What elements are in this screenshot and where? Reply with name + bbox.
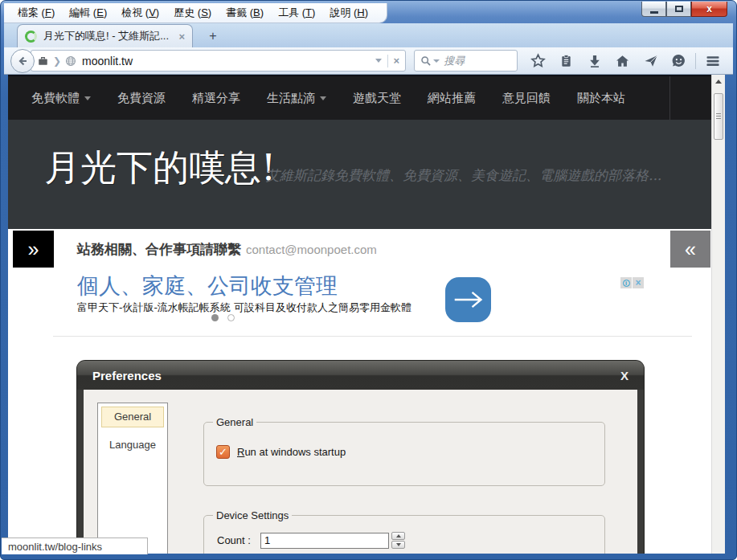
nav-item-1[interactable]: 免費資源 [117,91,166,106]
ad-info-button[interactable]: i [620,277,632,288]
window-controls: x [641,2,727,17]
menu-item-4[interactable]: 書籤 (B) [219,6,271,20]
vertical-scrollbar[interactable] [711,75,725,554]
carousel-dots [211,314,235,321]
back-arrow-icon [16,55,29,67]
grip-icon [716,113,721,120]
ad-description: 富甲天下-伙計版-流水帳記帳系統 可設科目及收付款人之簡易零用金軟體 [77,300,411,315]
hamburger-icon [705,54,721,68]
up-arrow-icon [715,80,722,84]
url-dropdown-icon[interactable] [375,59,382,63]
ad-title-link[interactable]: 個人、家庭、公司收支管理 [77,272,338,300]
new-tab-button[interactable]: + [202,28,224,45]
carousel-dot-active[interactable] [211,314,219,321]
minimize-button[interactable] [641,2,666,17]
tab-active[interactable]: 月光下的嘆息! - 艾維斯記... × [17,24,193,47]
maximize-button[interactable] [666,2,691,17]
prefs-category-list: GeneralLanguage [97,403,168,554]
search-icon [420,55,432,67]
nav-item-3[interactable]: 生活點滴 [267,91,326,106]
browser-window: 檔案 (F)編輯 (E)檢視 (V)歷史 (S)書籤 (B)工具 (T)說明 (… [0,0,737,560]
scroll-up-button[interactable] [712,75,725,88]
prefs-title-bar: Preferences X [77,361,644,390]
url-bar[interactable]: ❯ moonlit.tw × [31,50,406,72]
star-icon [530,52,547,69]
bookmarks-menu-button[interactable] [552,50,580,72]
download-arrow-icon [587,53,603,69]
bookmark-star-button[interactable] [524,50,552,72]
breadcrumb-chevron-icon: ❯ [53,55,61,67]
menu-item-6[interactable]: 說明 (H) [322,6,375,20]
menu-hamburger-button[interactable] [698,50,727,72]
page-content: » « 站務相關、合作事項請聯繫contact@moonpoet.com 個人、… [8,229,711,554]
site-header: 月光下的嘆息! 艾維斯記錄免費軟體、免費資源、美食遊記、電腦遊戲的部落格... [8,120,711,229]
nav-item-6[interactable]: 意見回饋 [502,91,551,106]
chevron-down-icon [320,96,326,100]
prefs-tab-general: General [101,407,164,427]
count-spinner [391,532,405,549]
home-button[interactable] [608,50,637,72]
ad-close-button[interactable]: × [633,277,644,288]
back-button[interactable] [10,49,35,73]
count-input [260,533,389,549]
downloads-button[interactable] [580,50,608,72]
sidebar-expand-button[interactable]: » [13,231,54,268]
search-bar[interactable]: 搜尋 [414,50,518,72]
close-button[interactable]: x [691,2,727,17]
menu-item-1[interactable]: 編輯 (E) [62,6,114,20]
menu-item-2[interactable]: 檢視 (V) [114,6,166,20]
right-arrow-icon [452,289,485,310]
prefs-title: Preferences [92,369,162,382]
page-viewport: 免費軟體免費資源精選分享生活點滴遊戲天堂網站推薦意見回饋關於本站 月光下的嘆息!… [8,75,711,554]
divider [53,336,692,337]
tab-title: 月光下的嘆息! - 艾維斯記... [43,29,174,43]
minimize-icon [650,11,658,14]
general-group-label: General [213,416,256,428]
nav-item-0[interactable]: 免費軟體 [31,91,91,106]
contact-email: contact@moonpoet.com [246,243,377,256]
tab-close-icon[interactable]: × [178,31,185,43]
prefs-tab-language: Language [101,435,164,456]
site-subtitle: 艾維斯記錄免費軟體、免費資源、美食遊記、電腦遊戲的部落格... [266,166,661,185]
startup-checkbox: ✓ [216,445,230,459]
site-nav-bar: 免費軟體免費資源精選分享生活點滴遊戲天堂網站推薦意見回饋關於本站 [8,75,711,120]
count-label: Count : [217,534,260,546]
nav-item-7[interactable]: 關於本站 [577,91,625,106]
search-placeholder: 搜尋 [444,54,465,68]
contact-text: 站務相關、合作事項請聯繫 [77,241,241,257]
maximize-icon [675,6,683,12]
nav-item-5[interactable]: 網站推薦 [428,91,476,106]
globe-icon [65,55,76,67]
share-button[interactable] [637,50,665,72]
count-row: Count : [217,532,405,549]
spin-up-icon [391,532,405,540]
smiley-icon [670,52,687,69]
site-title[interactable]: 月光下的嘆息! [44,144,276,192]
ad-arrow-button[interactable] [445,277,491,322]
url-text[interactable]: moonlit.tw [82,55,375,67]
menu-item-5[interactable]: 工具 (T) [271,6,322,20]
carousel-dot[interactable] [227,314,235,321]
close-icon: × [635,278,641,288]
startup-checkbox-label: Run at windows startup [237,446,346,458]
home-icon [614,53,631,69]
stop-icon[interactable]: × [394,55,400,67]
menu-item-0[interactable]: 檔案 (F) [10,6,62,20]
info-icon: i [623,280,630,287]
divider [387,55,388,67]
preferences-dialog-image: Preferences X GeneralLanguage General ✓ … [77,361,644,554]
sidebar-collapse-button[interactable]: « [670,231,710,268]
menu-bar: 檔案 (F)編輯 (E)檢視 (V)歷史 (S)書籤 (B)工具 (T)說明 (… [4,3,387,23]
general-groupbox: General ✓ Run at windows startup [203,422,605,486]
startup-checkbox-row: ✓ Run at windows startup [216,445,346,459]
divider [695,53,696,69]
hello-button[interactable] [665,50,693,72]
nav-item-2[interactable]: 精選分享 [192,91,240,106]
search-engine-dropdown-icon[interactable] [433,59,440,63]
menu-item-3[interactable]: 歷史 (S) [166,6,219,20]
navigation-toolbar: ❯ moonlit.tw × 搜尋 [4,47,733,75]
scrollbar-thumb[interactable] [714,93,723,140]
chevron-down-icon [84,96,91,100]
nav-item-4[interactable]: 遊戲天堂 [353,91,401,106]
device-settings-label: Device Settings [213,509,292,521]
